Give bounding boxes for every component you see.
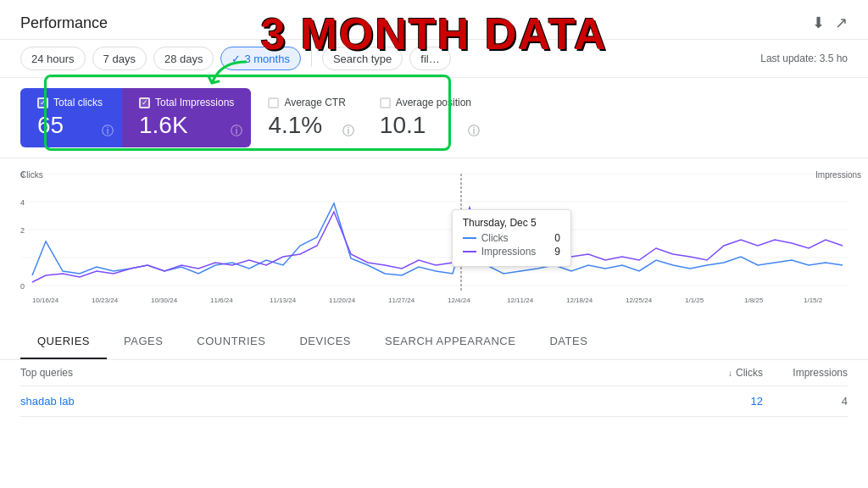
last-update: Last update: 3.5 ho [760, 53, 848, 64]
impressions-info-icon: ⓘ [231, 124, 242, 139]
clicks-info-icon: ⓘ [102, 124, 114, 139]
svg-text:10/16/24: 10/16/24 [32, 297, 59, 304]
svg-text:0: 0 [20, 282, 25, 291]
position-info-icon: ⓘ [468, 124, 480, 139]
svg-text:12/4/24: 12/4/24 [448, 297, 470, 304]
tooltip-date: Thursday, Dec 5 [463, 217, 560, 229]
metric-avg-position[interactable]: Average position 10.1 ⓘ [363, 88, 488, 147]
query-impressions: 4 [763, 395, 848, 408]
header: Performance ⬇ ↗ [0, 0, 868, 40]
filter-24h[interactable]: 24 hours [20, 47, 86, 70]
metric-total-clicks[interactable]: ✓ Total clicks 65 ⓘ [20, 88, 122, 147]
svg-text:11/20/24: 11/20/24 [329, 297, 356, 304]
col-clicks-header: ↓ Clicks [678, 367, 763, 379]
position-checkbox [380, 97, 391, 108]
filter-28d[interactable]: 28 days [153, 47, 214, 70]
svg-text:4: 4 [20, 198, 25, 207]
ctr-info-icon: ⓘ [342, 124, 354, 139]
table-header: Top queries ↓ Clicks Impressions [20, 360, 848, 386]
tooltip-impressions-line [463, 251, 476, 252]
query-name: shadab lab [20, 395, 678, 408]
tab-countries[interactable]: COUNTRIES [180, 324, 282, 359]
tooltip-clicks-line [463, 237, 476, 239]
page-title: Performance [20, 14, 108, 32]
filter-3months[interactable]: ✓ 3 months [220, 47, 300, 70]
svg-text:1/1/25: 1/1/25 [685, 297, 704, 304]
svg-text:12/25/24: 12/25/24 [626, 297, 653, 304]
metric-impressions-label: ✓ Total Impressions [139, 97, 234, 108]
svg-text:1/15/2: 1/15/2 [804, 297, 823, 304]
table-row[interactable]: shadab lab 12 4 [20, 386, 848, 417]
chart-tooltip: Thursday, Dec 5 Clicks 0 Impressions 9 [452, 209, 571, 267]
sort-arrow-icon: ↓ [728, 369, 732, 378]
tooltip-impressions-row: Impressions 9 [463, 246, 560, 258]
svg-text:2: 2 [20, 226, 25, 235]
ctr-checkbox [268, 97, 279, 108]
metric-avg-ctr[interactable]: Average CTR 4.1% ⓘ [251, 88, 362, 147]
svg-text:10/23/24: 10/23/24 [92, 297, 119, 304]
metric-ctr-value: 4.1% [268, 112, 345, 139]
tab-queries[interactable]: QUERIES [20, 324, 107, 359]
external-link-icon[interactable]: ↗ [835, 14, 848, 32]
svg-text:12/18/24: 12/18/24 [566, 297, 593, 304]
svg-text:11/6/24: 11/6/24 [210, 297, 233, 304]
tooltip-impressions-value: 9 [541, 246, 560, 258]
table-area: Top queries ↓ Clicks Impressions shadab … [0, 360, 868, 488]
filter-bar: 24 hours 7 days 28 days ✓ 3 months Searc… [0, 40, 868, 78]
main-container: Performance ⬇ ↗ 24 hours 7 days 28 days … [0, 0, 868, 488]
filter-more[interactable]: fil… [409, 47, 450, 70]
filter-7d[interactable]: 7 days [92, 47, 147, 70]
impressions-checkbox: ✓ [139, 97, 150, 108]
download-icon[interactable]: ⬇ [812, 14, 825, 32]
tabs-row: QUERIES PAGES COUNTRIES DEVICES SEARCH A… [0, 324, 868, 360]
svg-text:10/30/24: 10/30/24 [151, 297, 178, 304]
tab-devices[interactable]: DEVICES [282, 324, 368, 359]
svg-text:1/8/25: 1/8/25 [744, 297, 764, 304]
chart-y-label-left: Clicks [20, 170, 43, 180]
metrics-row: ✓ Total clicks 65 ⓘ ✓ Total Impressions … [0, 78, 868, 158]
chart-svg: 6 4 2 0 10/16/24 10/23/24 10/30/24 11/6/… [20, 165, 848, 318]
svg-text:11/27/24: 11/27/24 [388, 297, 415, 304]
svg-text:11/13/24: 11/13/24 [270, 297, 297, 304]
metric-impressions-value: 1.6K [139, 112, 234, 139]
query-clicks: 12 [678, 395, 763, 408]
filter-search-type[interactable]: Search type [322, 47, 403, 70]
metric-ctr-label: Average CTR [268, 97, 345, 108]
tooltip-clicks-row: Clicks 0 [463, 232, 560, 244]
clicks-checkbox: ✓ [37, 97, 48, 108]
filter-separator [311, 50, 312, 67]
metric-position-value: 10.1 [380, 112, 471, 139]
metric-clicks-label: ✓ Total clicks [37, 97, 105, 108]
svg-text:12/11/24: 12/11/24 [507, 297, 534, 304]
chart-area: Clicks Impressions 6 4 2 0 10/16/24 10/2… [0, 158, 868, 324]
tab-pages[interactable]: PAGES [107, 324, 180, 359]
tab-dates[interactable]: DATES [532, 324, 604, 359]
col-impressions-header: Impressions [763, 367, 848, 379]
metric-total-impressions[interactable]: ✓ Total Impressions 1.6K ⓘ [122, 88, 251, 147]
tab-search-appearance[interactable]: SEARCH APPEARANCE [368, 324, 532, 359]
header-actions: ⬇ ↗ [812, 14, 848, 32]
metric-position-label: Average position [380, 97, 471, 108]
tooltip-clicks-value: 0 [541, 232, 560, 244]
metric-clicks-value: 65 [37, 112, 105, 139]
chart-y-label-right: Impressions [815, 170, 861, 180]
col-query-header: Top queries [20, 367, 678, 379]
